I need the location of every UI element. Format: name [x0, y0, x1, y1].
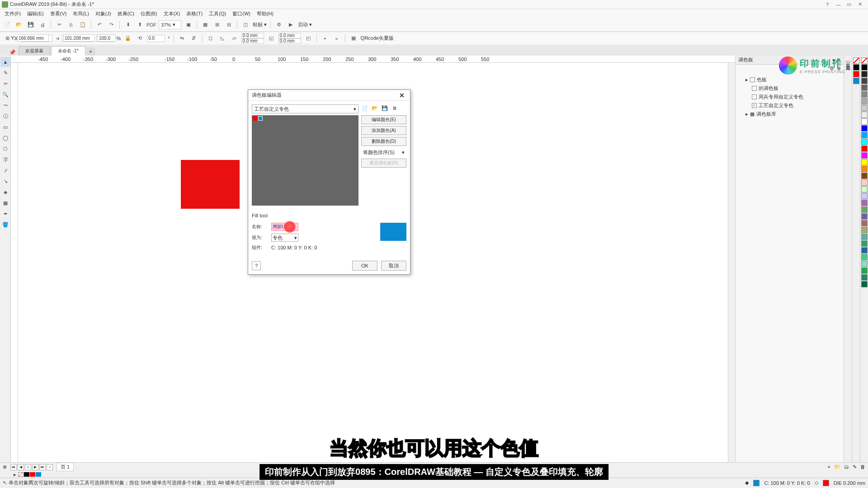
new-icon[interactable]: 📄 [3, 20, 12, 29]
bottom-swatch[interactable] [18, 472, 24, 477]
open-palette-icon[interactable]: 📂 [371, 104, 378, 112]
no-fill-swatch[interactable] [861, 57, 868, 64]
palette-color-grid[interactable] [252, 115, 359, 206]
color-swatch[interactable] [861, 240, 868, 247]
color-swatch[interactable] [853, 78, 859, 84]
color-swatch[interactable] [861, 145, 868, 152]
page-label[interactable]: 页 1 [57, 463, 74, 471]
bottom-edit-icon[interactable]: ✎ [853, 464, 857, 470]
open-icon[interactable]: 📂 [14, 20, 24, 29]
color-swatch[interactable] [853, 64, 859, 70]
sy-input[interactable] [98, 34, 116, 42]
menu-bitmap[interactable]: 位图(B) [138, 9, 160, 18]
transparency-icon[interactable]: ▦ [0, 198, 10, 208]
color-swatch[interactable] [861, 84, 868, 91]
launch-icon[interactable]: ▶ [286, 20, 295, 29]
color-swatch[interactable] [861, 64, 868, 70]
prev-page-icon[interactable]: ◀ [18, 464, 24, 470]
snap-icon[interactable]: ⊟ [224, 20, 233, 29]
offset4-input[interactable] [278, 38, 301, 44]
menu-view[interactable]: 查看(V) [47, 9, 70, 18]
color-swatch[interactable] [861, 220, 868, 226]
treat-select[interactable]: 专色▾ [271, 234, 298, 242]
grid-icon[interactable]: ▦ [201, 20, 210, 29]
grid-swatch-selected[interactable] [258, 116, 263, 121]
connector-tool-icon[interactable]: ↘ [0, 176, 10, 186]
launch-dropdown[interactable]: 启动 ▾ [298, 21, 312, 28]
menu-effect[interactable]: 效果(C) [115, 9, 137, 18]
color-swatch[interactable] [861, 139, 868, 145]
mirror-v-icon[interactable]: ⇵ [189, 34, 198, 43]
color-swatch[interactable] [861, 98, 868, 104]
pin-icon[interactable]: 📌 [9, 49, 16, 56]
bottom-stack-icon[interactable]: 🗂 [844, 464, 849, 470]
menu-table[interactable]: 表格(T) [184, 9, 205, 18]
rel-corner-icon[interactable]: ◰ [304, 34, 313, 43]
color-swatch[interactable] [861, 227, 868, 233]
red-rectangle[interactable] [181, 160, 240, 209]
no-fill-swatch[interactable] [853, 57, 859, 64]
zoom-dropdown[interactable]: 37%▾ [159, 20, 181, 29]
tree-item[interactable]: 工艺自定义专色 [738, 101, 841, 110]
save-palette-icon[interactable]: 💾 [381, 104, 388, 112]
menu-tools[interactable]: 工具(Q) [206, 9, 229, 18]
tab-document[interactable]: 未命名 -1* [51, 46, 85, 56]
color-swatch[interactable] [861, 152, 868, 159]
eyedrop-icon[interactable]: ✒ [0, 209, 10, 219]
shape2-icon[interactable]: ◺ [218, 34, 227, 43]
crop-tool-icon[interactable]: ✂ [0, 79, 10, 89]
ok-button[interactable]: OK [352, 261, 377, 271]
page-num[interactable]: 1 [25, 464, 31, 470]
fullscreen-icon[interactable]: ▣ [184, 20, 193, 29]
bottom-trash-icon[interactable]: 🗑 [860, 464, 865, 470]
bottom-folder-icon[interactable]: 📁 [834, 464, 840, 470]
color-swatch[interactable] [861, 281, 868, 287]
first-page-icon[interactable]: ⏮ [10, 464, 17, 470]
color-swatch[interactable] [861, 166, 868, 172]
polygon-tool-icon[interactable]: ⬠ [0, 144, 10, 154]
tab-add[interactable]: + [86, 47, 95, 56]
dialog-close-icon[interactable]: ✕ [399, 92, 406, 99]
freehand-tool-icon[interactable]: 〜 [0, 100, 10, 110]
help-button[interactable]: ? [252, 261, 261, 270]
export-icon[interactable]: ⬆ [135, 20, 144, 29]
bottom-swatch[interactable] [24, 472, 29, 477]
color-swatch[interactable] [861, 193, 868, 199]
shape1-icon[interactable]: ◻ [206, 34, 215, 43]
delete-color-button[interactable]: 删除颜色(D) [361, 137, 406, 146]
add-color-button[interactable]: 添加颜色(A) [361, 126, 406, 135]
fill-tool-icon[interactable]: 🪣 [0, 220, 10, 230]
tree-item[interactable]: ▸色板 [738, 75, 841, 84]
fill-indicator-icon[interactable]: ◆ [745, 480, 749, 486]
pick-tool-icon[interactable]: ▲ [0, 57, 10, 67]
color-swatch[interactable] [861, 125, 868, 131]
palette-select[interactable]: 工艺自定义专色▾ [252, 104, 359, 113]
text-tool-icon[interactable]: 字 [0, 155, 10, 164]
vertical-scrollbar[interactable] [728, 63, 735, 462]
menu-help[interactable]: 帮助(H) [254, 9, 276, 18]
h-input[interactable] [63, 34, 95, 42]
sort-color-button[interactable]: 将颜色排序(S)▾ [361, 148, 406, 157]
rotate-icon[interactable]: ⟲ [135, 34, 144, 43]
close-icon[interactable]: ✕ [857, 2, 863, 7]
help-icon[interactable]: ? [825, 2, 830, 7]
redo-icon[interactable]: ↷ [107, 20, 116, 29]
corner-icon[interactable]: ◱ [267, 34, 276, 43]
minimize-icon[interactable]: — [835, 2, 841, 7]
color-swatch[interactable] [861, 132, 868, 138]
parallel-tool-icon[interactable]: ⫽ [0, 165, 10, 175]
outline-color-chip[interactable] [823, 480, 829, 486]
guides-icon[interactable]: ⊞ [212, 20, 222, 29]
offset2-input[interactable] [241, 38, 264, 44]
fill-color-chip[interactable] [753, 480, 760, 486]
color-swatch[interactable] [861, 91, 868, 98]
color-swatch[interactable] [861, 274, 868, 281]
effect-tool-icon[interactable]: ◈ [0, 187, 10, 197]
print-icon[interactable]: 🖨 [38, 20, 47, 29]
last-page-icon[interactable]: ⏭ [39, 464, 46, 470]
color-swatch[interactable] [861, 105, 868, 111]
menu-layout[interactable]: 布局(L) [70, 9, 91, 18]
rect-tool-icon[interactable]: ▭ [0, 122, 10, 132]
expand-icon[interactable]: ▸ [14, 472, 16, 478]
plus-icon[interactable]: + [321, 34, 330, 43]
